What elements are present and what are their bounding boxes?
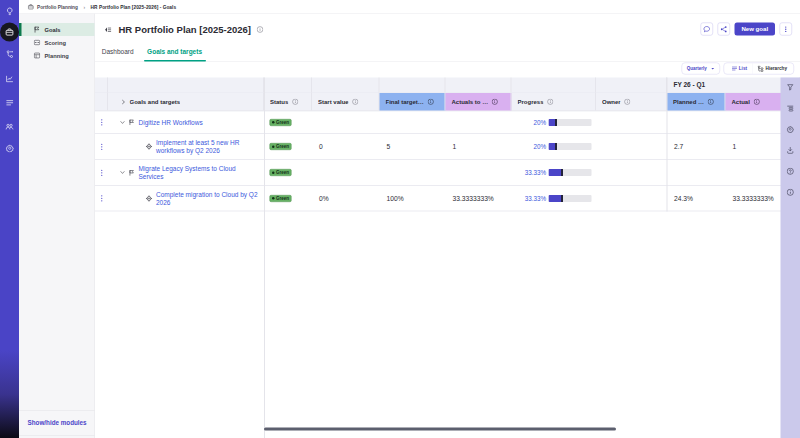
rail-gear-icon[interactable]	[0, 144, 19, 153]
share-icon	[720, 25, 728, 33]
more-options-button[interactable]	[780, 23, 793, 36]
sidebar-item-scoring[interactable]: Scoring	[19, 36, 95, 49]
download-icon[interactable]	[786, 146, 794, 154]
info-icon[interactable]	[292, 99, 299, 106]
rail-list-icon[interactable]	[0, 99, 19, 108]
info-icon[interactable]	[753, 99, 760, 106]
sidebar-item-planning[interactable]: Planning	[19, 49, 95, 62]
progress-cell[interactable]: 33.33%	[512, 186, 597, 211]
info-circle-icon[interactable]	[786, 188, 794, 196]
owner-cell[interactable]	[596, 134, 667, 159]
table-row-goal[interactable]: Migrate Legacy Systems to Cloud Services…	[95, 160, 800, 186]
tab-dashboard[interactable]: Dashboard	[102, 44, 134, 62]
table-row-goal[interactable]: Digitize HR Workflows Green 20%	[95, 112, 800, 135]
final-target-cell[interactable]: 5	[380, 134, 446, 159]
right-tool-panel	[781, 78, 800, 438]
row-collapse-chevron-icon[interactable]	[120, 119, 126, 125]
column-header-status[interactable]: Status	[264, 93, 312, 111]
comments-button[interactable]	[701, 23, 714, 36]
column-header-actuals[interactable]: Actuals to …	[446, 93, 512, 111]
column-header-final-target[interactable]: Final target…	[380, 93, 446, 111]
owner-cell[interactable]	[596, 112, 667, 134]
rail-hierarchy-icon[interactable]	[0, 50, 19, 59]
owner-cell[interactable]	[596, 160, 667, 185]
breadcrumb-workspace[interactable]: Portfolio Planning	[28, 3, 78, 10]
owner-cell[interactable]	[596, 186, 667, 211]
column-header-progress[interactable]: Progress	[512, 93, 597, 111]
actuals-cell[interactable]: 33.3333333%	[446, 186, 512, 211]
planned-cell[interactable]: 2.7	[667, 134, 726, 159]
flag-icon	[34, 26, 41, 33]
settings-gear-icon[interactable]	[786, 125, 794, 133]
start-value-cell[interactable]	[312, 112, 380, 134]
show-hide-modules-link[interactable]: Show/hide modules	[28, 420, 87, 427]
final-target-cell[interactable]	[380, 112, 446, 134]
sidebar-item-goals[interactable]: Goals	[19, 23, 95, 36]
row-drag-handle[interactable]	[95, 134, 108, 159]
goal-name-link[interactable]: Implement at least 5 new HR workflows by…	[156, 139, 258, 154]
progress-cell[interactable]: 33.33%	[512, 160, 597, 185]
breadcrumb-briefcase-icon	[28, 3, 35, 10]
info-icon[interactable]	[708, 99, 715, 106]
progress-cell[interactable]: 20%	[512, 134, 597, 159]
info-icon[interactable]	[427, 99, 434, 106]
tab-goals-and-targets[interactable]: Goals and targets	[144, 44, 206, 62]
goal-name-link[interactable]: Complete migration to Cloud by Q2 2026	[156, 191, 258, 206]
progress-bar-fill	[549, 195, 562, 202]
actuals-cell[interactable]	[446, 112, 512, 134]
info-icon[interactable]	[492, 99, 499, 106]
planned-cell[interactable]	[667, 160, 726, 185]
interval-dropdown[interactable]: Quarterly	[681, 63, 720, 75]
column-header-goals[interactable]: Goals and targets	[108, 93, 264, 111]
goal-name-link[interactable]: Digitize HR Workflows	[139, 119, 203, 127]
start-value-cell[interactable]: 0%	[312, 186, 380, 211]
final-target-cell[interactable]	[380, 160, 446, 185]
help-icon[interactable]	[786, 167, 794, 175]
column-header-planned[interactable]: Planned …	[667, 93, 726, 111]
column-header-start-value[interactable]: Start value	[312, 93, 380, 111]
group-header-cell	[95, 78, 108, 94]
view-hierarchy-button[interactable]: Hierarchy	[753, 63, 794, 74]
table-row-key-result[interactable]: Implement at least 5 new HR workflows by…	[95, 134, 800, 160]
filter-icon[interactable]	[786, 83, 794, 91]
final-target-cell[interactable]: 100%	[380, 186, 446, 211]
rail-team-icon[interactable]	[0, 122, 19, 131]
rail-lightbulb-icon[interactable]	[0, 7, 19, 16]
view-list-button[interactable]: List	[724, 63, 753, 74]
row-collapse-chevron-icon[interactable]	[120, 170, 126, 176]
row-drag-handle[interactable]	[95, 186, 108, 211]
rail-chart-icon[interactable]	[0, 75, 19, 84]
horizontal-scrollbar-thumb[interactable]	[264, 428, 616, 431]
status-badge[interactable]: Green	[270, 143, 292, 150]
status-badge[interactable]: Green	[270, 169, 292, 176]
group-header-cell	[512, 78, 597, 94]
info-icon[interactable]	[547, 99, 554, 106]
active-tab-underline	[144, 60, 206, 62]
new-goal-button[interactable]: New goal	[735, 23, 776, 36]
row-drag-handle[interactable]	[95, 160, 108, 185]
actuals-cell[interactable]: 1	[446, 134, 512, 159]
progress-bar-marker	[555, 143, 557, 150]
group-header-cell	[108, 78, 264, 94]
group-icon[interactable]	[786, 104, 794, 112]
share-button[interactable]	[718, 23, 731, 36]
status-badge[interactable]: Green	[270, 195, 292, 202]
start-value-cell[interactable]	[312, 160, 380, 185]
row-drag-handle[interactable]	[95, 112, 108, 134]
info-icon[interactable]	[352, 99, 359, 106]
actuals-cell[interactable]	[446, 160, 512, 185]
info-icon[interactable]	[624, 99, 631, 106]
goal-name-link[interactable]: Migrate Legacy Systems to Cloud Services	[139, 165, 237, 180]
rail-workspace-briefcase-icon[interactable]	[0, 23, 19, 42]
collapse-sidebar-icon[interactable]	[105, 26, 112, 33]
title-info-icon[interactable]	[257, 26, 264, 33]
planned-cell[interactable]: 24.3%	[667, 186, 726, 211]
table-row-key-result[interactable]: Complete migration to Cloud by Q2 2026 G…	[95, 186, 800, 212]
progress-cell[interactable]: 20%	[512, 112, 597, 134]
planned-cell[interactable]	[667, 112, 726, 134]
column-header-owner[interactable]: Owner	[596, 93, 667, 111]
start-value-cell[interactable]: 0	[312, 134, 380, 159]
status-badge[interactable]: Green	[270, 119, 292, 126]
list-icon	[731, 66, 737, 72]
sidebar-item-label: Scoring	[45, 40, 66, 46]
